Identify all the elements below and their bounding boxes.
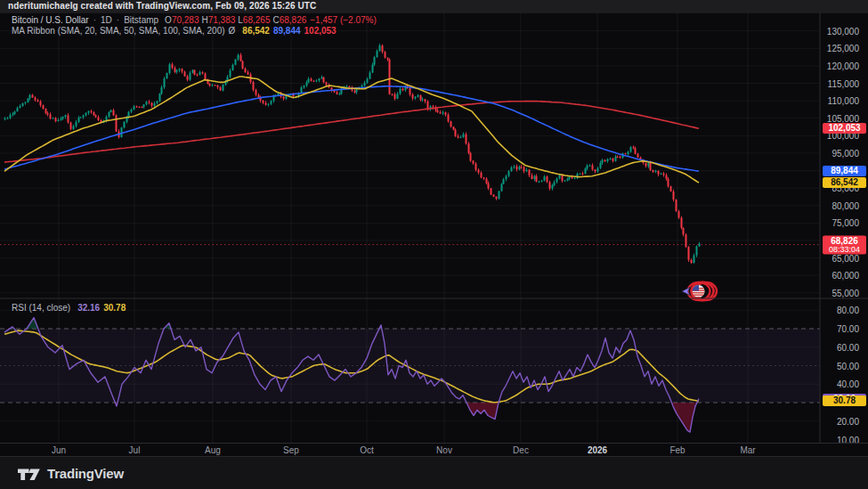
ma-value: 86,542 — [242, 26, 270, 36]
ohlc-value: 68,265 — [243, 15, 271, 25]
time-axis-label: Mar — [740, 445, 755, 455]
price-badge: 102,053 — [823, 123, 866, 134]
rsi-badge: 30.78 — [823, 395, 866, 406]
legend-separator: · — [93, 15, 96, 25]
time-axis-label: Feb — [669, 445, 685, 455]
symbol-exchange[interactable]: Bitstamp — [124, 15, 158, 25]
symbol-legend[interactable]: Bitcoin / U.S. Dollar · 1D · Bitstamp O7… — [12, 14, 377, 36]
time-axis-label: Oct — [360, 445, 374, 455]
price-axis-label: 65,000 — [831, 253, 859, 263]
price-axis-label: 120,000 — [827, 61, 859, 70]
price-badge: 68,82608:33:04 — [823, 235, 866, 254]
price-badge: 89,844 — [823, 166, 866, 176]
price-chart-canvas[interactable] — [0, 0, 868, 489]
rsi-axis-label: 20.00 — [837, 416, 859, 426]
price-axis-label: 95,000 — [831, 148, 859, 158]
time-axis-label: Nov — [436, 445, 452, 455]
rsi-axis-label: 40.00 — [837, 379, 859, 389]
time-axis-label: Aug — [205, 445, 221, 455]
price-axis-label: 55,000 — [831, 288, 859, 297]
tradingview-wordmark: TradingView — [47, 466, 124, 481]
symbol-title[interactable]: Bitcoin / U.S. Dollar — [12, 15, 89, 25]
ma-ribbon-label[interactable]: MA Ribbon (SMA, 20, SMA, 50, SMA, 100, S… — [12, 26, 225, 36]
rsi-axis-label: 80.00 — [837, 306, 859, 315]
ma-ribbon-legend-row[interactable]: MA Ribbon (SMA, 20, SMA, 50, SMA, 100, S… — [12, 25, 377, 36]
ohlc-label: O — [165, 15, 172, 25]
tradingview-logo-icon — [17, 466, 41, 481]
coil-emoji-drawing[interactable] — [682, 282, 717, 300]
sma-line-sma-50 — [4, 86, 699, 172]
time-axis-label: Sep — [283, 445, 299, 455]
rsi-bands — [0, 329, 820, 403]
average-symbol: Ø — [229, 26, 236, 36]
legend-separator: · — [117, 15, 119, 25]
change-value: −1,457 (−2.07%) — [310, 15, 377, 25]
price-axis-label: 110,000 — [828, 96, 859, 106]
tradingview-chart-window: nderitumichaelg created with TradingView… — [0, 0, 868, 489]
attribution-text: nderitumichaelg created with TradingView… — [8, 1, 316, 11]
ma-value: 89,844 — [273, 26, 301, 36]
time-axis-label: Jun — [52, 445, 66, 455]
symbol-interval[interactable]: 1D — [101, 15, 112, 25]
price-axis-label: 75,000 — [831, 218, 859, 228]
ohlc-label: C — [272, 15, 279, 25]
bottom-bar: TradingView — [0, 456, 868, 489]
price-axis-label: 60,000 — [831, 271, 859, 281]
rsi-overbought-fill — [4, 318, 699, 329]
candlestick-series — [4, 44, 701, 264]
rsi-axis-label: 50.00 — [837, 361, 859, 371]
countdown-timer: 08:33:04 — [823, 245, 866, 253]
attribution-bar: nderitumichaelg created with TradingView… — [0, 0, 868, 12]
price-axis-label: 105,000 — [827, 113, 859, 123]
rsi-axis-label: 60.00 — [837, 342, 859, 352]
price-axis-label: 130,000 — [827, 26, 859, 36]
tradingview-logo[interactable]: TradingView — [17, 466, 124, 481]
price-axis-label: 125,000 — [827, 44, 859, 53]
rsi-values: 32.1630.78 — [74, 303, 126, 313]
rsi-legend-row[interactable]: RSI (14, close) 32.1630.78 — [12, 302, 126, 313]
time-axis-label: Dec — [513, 445, 529, 455]
price-badge: 86,542 — [823, 177, 866, 188]
time-axis-label: Jul — [129, 445, 141, 455]
rsi-legend[interactable]: RSI (14, close) 32.1630.78 — [12, 302, 126, 313]
price-axis-label: 80,000 — [831, 200, 859, 210]
ohlc-label: H — [201, 15, 207, 25]
sma-line-sma-20 — [4, 77, 699, 183]
price-axis[interactable]: 130,000125,000120,000115,000110,000105,0… — [820, 12, 868, 456]
rsi-value: 30.78 — [103, 303, 126, 313]
ohlc-value: 71,383 — [208, 15, 236, 25]
time-axis-label: 2026 — [588, 445, 607, 455]
ohlc-value: 68,826 — [280, 15, 307, 25]
rsi-value: 32.16 — [77, 303, 100, 313]
ma-value: 102,053 — [304, 26, 337, 36]
rsi-oversold-fill — [4, 403, 699, 432]
rsi-axis-label: 70.00 — [837, 324, 859, 334]
rsi-label[interactable]: RSI (14, close) — [12, 303, 70, 313]
price-axis-label: 115,000 — [828, 78, 859, 88]
symbol-legend-row[interactable]: Bitcoin / U.S. Dollar · 1D · Bitstamp O7… — [12, 14, 377, 25]
ma-ribbon-values: 86,54289,844102,053 — [239, 26, 336, 36]
ohlc-values: O70,283H71,383L68,265C68,826 — [162, 15, 306, 25]
ohlc-value: 70,283 — [172, 15, 199, 25]
time-axis[interactable]: JunJulAugSepOctNovDec2026FebMar — [0, 443, 868, 456]
